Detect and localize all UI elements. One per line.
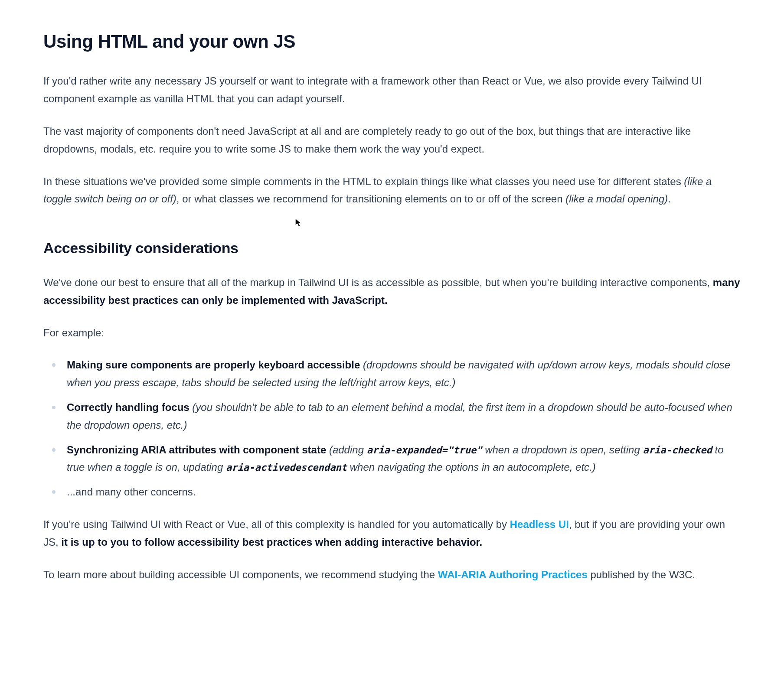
paragraph: If you'd rather write any necessary JS y… (43, 72, 741, 108)
inline-code: aria-checked (643, 445, 712, 456)
paragraph: If you're using Tailwind UI with React o… (43, 516, 741, 551)
list-item: Synchronizing ARIA attributes with compo… (43, 441, 741, 477)
text-run: , or what classes we recommend for trans… (176, 193, 565, 205)
text-run: In these situations we've provided some … (43, 176, 684, 187)
bullet-list: Making sure components are properly keyb… (43, 356, 741, 501)
text-run: To learn more about building accessible … (43, 569, 438, 580)
list-item: ...and many other concerns. (43, 483, 741, 501)
inline-code: aria-activedescendant (226, 462, 347, 473)
document-content: Using HTML and your own JS If you'd rath… (43, 26, 741, 583)
text-run: when navigating the options in an autoco… (347, 461, 596, 473)
paragraph: We've done our best to ensure that all o… (43, 274, 741, 309)
wai-aria-link[interactable]: WAI-ARIA Authoring Practices (438, 569, 588, 580)
text-run: when a dropdown is open, setting (482, 444, 643, 456)
bold-text: Synchronizing ARIA attributes with compo… (67, 444, 326, 456)
cursor-icon (295, 218, 303, 228)
paragraph: For example: (43, 324, 741, 342)
section-heading-html-js: Using HTML and your own JS (43, 26, 741, 57)
list-item: Making sure components are properly keyb… (43, 356, 741, 392)
text-run: (adding (326, 444, 366, 456)
text-run: If you're using Tailwind UI with React o… (43, 518, 510, 530)
text-run: published by the W3C. (588, 569, 695, 580)
bold-text: Making sure components are properly keyb… (67, 359, 360, 371)
section-heading-accessibility: Accessibility considerations (43, 236, 741, 261)
text-run: We've done our best to ensure that all o… (43, 277, 713, 288)
bold-text: Correctly handling focus (67, 401, 189, 413)
list-item: Correctly handling focus (you shouldn't … (43, 399, 741, 434)
bold-text: it is up to you to follow accessibility … (61, 536, 482, 548)
text-run: . (668, 193, 671, 205)
paragraph: To learn more about building accessible … (43, 566, 741, 584)
italic-text: (like a modal opening) (565, 193, 668, 205)
inline-code: aria-expanded="true" (367, 445, 482, 456)
headless-ui-link[interactable]: Headless UI (510, 518, 569, 530)
paragraph: The vast majority of components don't ne… (43, 123, 741, 158)
paragraph: In these situations we've provided some … (43, 173, 741, 208)
